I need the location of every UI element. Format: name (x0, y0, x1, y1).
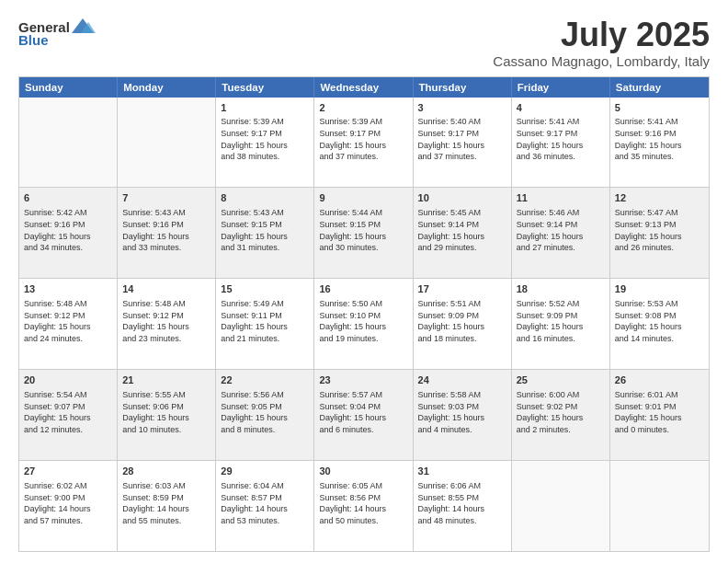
cal-cell-4-6 (610, 461, 709, 551)
day-number: 11 (517, 191, 605, 205)
calendar-row-2: 13Sunrise: 5:48 AM Sunset: 9:12 PM Dayli… (19, 278, 709, 369)
day-number: 15 (221, 282, 309, 296)
cal-cell-2-4: 17Sunrise: 5:51 AM Sunset: 9:09 PM Dayli… (414, 279, 512, 369)
day-number: 6 (24, 191, 112, 205)
header: General Blue July 2025 Cassano Magnago, … (18, 17, 710, 69)
cal-cell-3-6: 26Sunrise: 6:01 AM Sunset: 9:01 PM Dayli… (610, 370, 709, 460)
cal-cell-4-0: 27Sunrise: 6:02 AM Sunset: 9:00 PM Dayli… (19, 461, 118, 551)
cal-cell-1-2: 8Sunrise: 5:43 AM Sunset: 9:15 PM Daylig… (216, 188, 314, 278)
cal-cell-2-2: 15Sunrise: 5:49 AM Sunset: 9:11 PM Dayli… (216, 279, 314, 369)
cal-cell-1-3: 9Sunrise: 5:44 AM Sunset: 9:15 PM Daylig… (314, 188, 413, 278)
day-number: 10 (418, 191, 506, 205)
day-number: 24 (418, 373, 506, 387)
day-number: 12 (615, 191, 704, 205)
day-number: 19 (615, 282, 704, 296)
cal-cell-3-0: 20Sunrise: 5:54 AM Sunset: 9:07 PM Dayli… (19, 370, 118, 460)
day-number: 9 (319, 191, 407, 205)
title-block: July 2025 Cassano Magnago, Lombardy, Ita… (493, 17, 710, 69)
day-number: 14 (122, 282, 210, 296)
day-info: Sunrise: 5:43 AM Sunset: 9:15 PM Dayligh… (221, 207, 309, 253)
location-title: Cassano Magnago, Lombardy, Italy (493, 53, 710, 69)
day-info: Sunrise: 5:55 AM Sunset: 9:06 PM Dayligh… (122, 389, 210, 435)
cal-cell-3-2: 22Sunrise: 5:56 AM Sunset: 9:05 PM Dayli… (216, 370, 314, 460)
day-info: Sunrise: 6:01 AM Sunset: 9:01 PM Dayligh… (615, 389, 704, 435)
cal-cell-0-2: 1Sunrise: 5:39 AM Sunset: 9:17 PM Daylig… (216, 98, 314, 188)
day-info: Sunrise: 5:49 AM Sunset: 9:11 PM Dayligh… (221, 298, 309, 344)
header-cell-friday: Friday (512, 77, 610, 98)
day-number: 16 (319, 282, 407, 296)
calendar-row-1: 6Sunrise: 5:42 AM Sunset: 9:16 PM Daylig… (19, 187, 709, 278)
cal-cell-1-0: 6Sunrise: 5:42 AM Sunset: 9:16 PM Daylig… (19, 188, 118, 278)
cal-cell-1-5: 11Sunrise: 5:46 AM Sunset: 9:14 PM Dayli… (512, 188, 610, 278)
day-info: Sunrise: 5:39 AM Sunset: 9:17 PM Dayligh… (221, 116, 309, 162)
day-info: Sunrise: 5:43 AM Sunset: 9:16 PM Dayligh… (122, 207, 210, 253)
header-cell-tuesday: Tuesday (216, 77, 314, 98)
cal-cell-4-2: 29Sunrise: 6:04 AM Sunset: 8:57 PM Dayli… (216, 461, 314, 551)
day-number: 28 (122, 465, 210, 478)
header-cell-monday: Monday (118, 77, 216, 98)
calendar: SundayMondayTuesdayWednesdayThursdayFrid… (18, 76, 710, 552)
logo: General Blue (18, 17, 96, 47)
day-number: 5 (615, 101, 704, 115)
header-cell-sunday: Sunday (19, 77, 118, 98)
cal-cell-3-5: 25Sunrise: 6:00 AM Sunset: 9:02 PM Dayli… (512, 370, 610, 460)
header-cell-thursday: Thursday (414, 77, 512, 98)
cal-cell-2-1: 14Sunrise: 5:48 AM Sunset: 9:12 PM Dayli… (118, 279, 216, 369)
day-number: 23 (319, 373, 407, 387)
day-info: Sunrise: 5:56 AM Sunset: 9:05 PM Dayligh… (221, 389, 309, 435)
day-number: 30 (319, 465, 407, 478)
day-number: 18 (517, 282, 605, 296)
day-number: 27 (24, 465, 112, 478)
day-info: Sunrise: 5:52 AM Sunset: 9:09 PM Dayligh… (517, 298, 605, 344)
cal-cell-3-4: 24Sunrise: 5:58 AM Sunset: 9:03 PM Dayli… (414, 370, 512, 460)
day-info: Sunrise: 5:48 AM Sunset: 9:12 PM Dayligh… (24, 298, 112, 344)
calendar-body: 1Sunrise: 5:39 AM Sunset: 9:17 PM Daylig… (19, 98, 709, 551)
day-number: 17 (418, 282, 506, 296)
cal-cell-3-1: 21Sunrise: 5:55 AM Sunset: 9:06 PM Dayli… (118, 370, 216, 460)
day-number: 2 (319, 101, 407, 115)
cal-cell-2-5: 18Sunrise: 5:52 AM Sunset: 9:09 PM Dayli… (512, 279, 610, 369)
header-cell-saturday: Saturday (610, 77, 709, 98)
calendar-header: SundayMondayTuesdayWednesdayThursdayFrid… (19, 77, 709, 98)
day-number: 29 (221, 465, 309, 478)
cal-cell-0-0 (19, 98, 118, 188)
day-info: Sunrise: 5:40 AM Sunset: 9:17 PM Dayligh… (418, 116, 506, 162)
day-number: 20 (24, 373, 112, 387)
cal-cell-4-4: 31Sunrise: 6:06 AM Sunset: 8:55 PM Dayli… (414, 461, 512, 551)
day-info: Sunrise: 5:48 AM Sunset: 9:12 PM Dayligh… (122, 298, 210, 344)
day-info: Sunrise: 6:02 AM Sunset: 9:00 PM Dayligh… (24, 480, 112, 526)
day-info: Sunrise: 6:04 AM Sunset: 8:57 PM Dayligh… (221, 480, 309, 526)
day-number: 21 (122, 373, 210, 387)
header-cell-wednesday: Wednesday (314, 77, 413, 98)
day-info: Sunrise: 5:47 AM Sunset: 9:13 PM Dayligh… (615, 207, 704, 253)
cal-cell-1-4: 10Sunrise: 5:45 AM Sunset: 9:14 PM Dayli… (414, 188, 512, 278)
day-info: Sunrise: 6:05 AM Sunset: 8:56 PM Dayligh… (319, 480, 407, 526)
day-info: Sunrise: 5:50 AM Sunset: 9:10 PM Dayligh… (319, 298, 407, 344)
cal-cell-2-0: 13Sunrise: 5:48 AM Sunset: 9:12 PM Dayli… (19, 279, 118, 369)
day-info: Sunrise: 5:45 AM Sunset: 9:14 PM Dayligh… (418, 207, 506, 253)
logo-icon (70, 17, 96, 37)
calendar-row-0: 1Sunrise: 5:39 AM Sunset: 9:17 PM Daylig… (19, 98, 709, 188)
day-info: Sunrise: 5:46 AM Sunset: 9:14 PM Dayligh… (517, 207, 605, 253)
cal-cell-0-1 (118, 98, 216, 188)
page: General Blue July 2025 Cassano Magnago, … (0, 0, 728, 563)
day-number: 3 (418, 101, 506, 115)
day-number: 4 (517, 101, 605, 115)
day-info: Sunrise: 5:51 AM Sunset: 9:09 PM Dayligh… (418, 298, 506, 344)
cal-cell-3-3: 23Sunrise: 5:57 AM Sunset: 9:04 PM Dayli… (314, 370, 413, 460)
cal-cell-1-6: 12Sunrise: 5:47 AM Sunset: 9:13 PM Dayli… (610, 188, 709, 278)
day-info: Sunrise: 5:53 AM Sunset: 9:08 PM Dayligh… (615, 298, 704, 344)
day-number: 8 (221, 191, 309, 205)
calendar-row-4: 27Sunrise: 6:02 AM Sunset: 9:00 PM Dayli… (19, 460, 709, 551)
cal-cell-4-1: 28Sunrise: 6:03 AM Sunset: 8:59 PM Dayli… (118, 461, 216, 551)
day-number: 25 (517, 373, 605, 387)
day-number: 31 (418, 465, 506, 478)
day-info: Sunrise: 5:42 AM Sunset: 9:16 PM Dayligh… (24, 207, 112, 253)
day-info: Sunrise: 5:41 AM Sunset: 9:17 PM Dayligh… (517, 116, 605, 162)
cal-cell-4-5 (512, 461, 610, 551)
day-number: 1 (221, 101, 309, 115)
day-number: 22 (221, 373, 309, 387)
calendar-row-3: 20Sunrise: 5:54 AM Sunset: 9:07 PM Dayli… (19, 369, 709, 460)
cal-cell-0-4: 3Sunrise: 5:40 AM Sunset: 9:17 PM Daylig… (414, 98, 512, 188)
logo-blue: Blue (18, 33, 49, 47)
